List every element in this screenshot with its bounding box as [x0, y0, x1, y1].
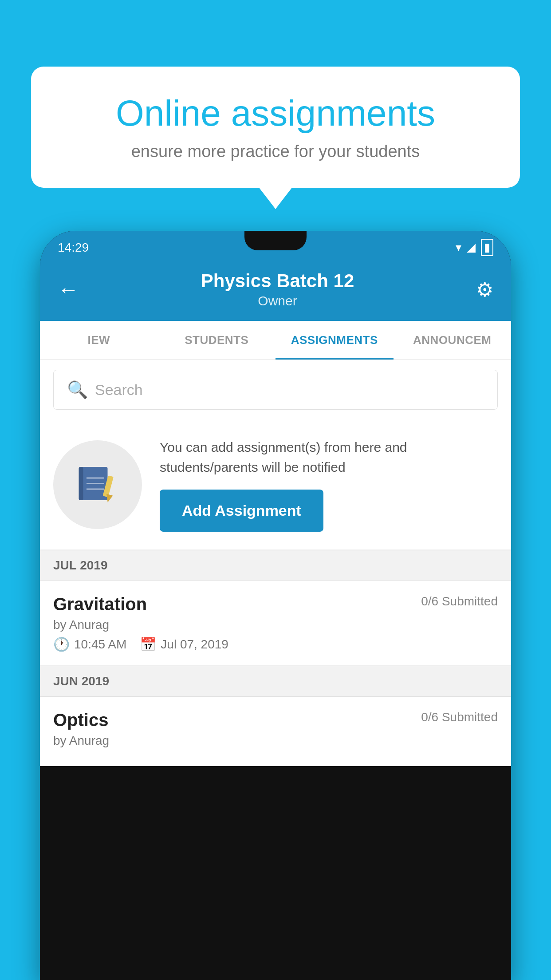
assignment-item-optics[interactable]: Optics 0/6 Submitted by Anurag: [40, 697, 511, 766]
settings-icon[interactable]: ⚙: [476, 278, 493, 301]
promo-description: You can add assignment(s) from here and …: [160, 437, 498, 477]
assignment-row: Optics 0/6 Submitted: [53, 710, 498, 730]
svg-rect-1: [79, 467, 83, 500]
signal-icon: ◢: [467, 241, 476, 254]
tab-assignments[interactable]: ASSIGNMENTS: [276, 321, 394, 360]
assignment-submitted-optics: 0/6 Submitted: [421, 710, 498, 724]
tab-iew[interactable]: IEW: [40, 321, 158, 360]
assignment-author: by Anurag: [53, 618, 498, 632]
main-content: 🔍 Search: [40, 360, 511, 766]
promo-icon-circle: [53, 440, 142, 529]
assignment-name: Gravitation: [53, 594, 147, 614]
tab-announcements[interactable]: ANNOUNCEM: [394, 321, 512, 360]
add-assignment-button[interactable]: Add Assignment: [160, 490, 323, 532]
app-header: ← Physics Batch 12 Owner ⚙: [40, 261, 511, 321]
meta-time: 🕐 10:45 AM: [53, 636, 126, 652]
header-title: Physics Batch 12: [201, 270, 354, 292]
tab-bar: IEW STUDENTS ASSIGNMENTS ANNOUNCEM: [40, 321, 511, 360]
search-icon: 🔍: [67, 380, 88, 399]
section-header-jun: JUN 2019: [40, 666, 511, 697]
tab-students[interactable]: STUDENTS: [158, 321, 276, 360]
status-time: 14:29: [58, 241, 89, 255]
assignment-time: 10:45 AM: [74, 637, 126, 652]
speech-bubble-subtitle: ensure more practice for your students: [67, 142, 484, 161]
clock-icon: 🕐: [53, 636, 70, 652]
search-container: 🔍 Search: [40, 360, 511, 419]
battery-icon: ▮: [481, 239, 493, 256]
assignment-date: Jul 07, 2019: [161, 637, 228, 652]
assignment-row: Gravitation 0/6 Submitted: [53, 594, 498, 614]
section-header-jul: JUL 2019: [40, 550, 511, 581]
calendar-icon: 📅: [140, 636, 156, 652]
assignment-name-optics: Optics: [53, 710, 108, 730]
header-center: Physics Batch 12 Owner: [201, 270, 354, 308]
notebook-svg-icon: [75, 462, 120, 507]
promo-text-section: You can add assignment(s) from here and …: [160, 437, 498, 532]
speech-bubble: Online assignments ensure more practice …: [31, 67, 520, 188]
back-button[interactable]: ←: [58, 277, 79, 302]
assignment-submitted: 0/6 Submitted: [421, 594, 498, 609]
meta-date: 📅 Jul 07, 2019: [140, 636, 228, 652]
phone-notch: [244, 231, 307, 250]
speech-bubble-title: Online assignments: [67, 93, 484, 133]
search-bar[interactable]: 🔍 Search: [53, 370, 498, 410]
assignment-author-optics: by Anurag: [53, 734, 498, 748]
status-icons: ▾ ◢ ▮: [456, 239, 493, 256]
wifi-icon: ▾: [456, 241, 461, 254]
phone-frame: 14:29 ▾ ◢ ▮ ← Physics Batch 12 Owner ⚙ I…: [40, 231, 511, 980]
promo-section: You can add assignment(s) from here and …: [40, 419, 511, 550]
speech-bubble-container: Online assignments ensure more practice …: [31, 67, 520, 188]
header-subtitle: Owner: [201, 293, 354, 308]
search-placeholder: Search: [95, 381, 143, 399]
assignment-meta: 🕐 10:45 AM 📅 Jul 07, 2019: [53, 636, 498, 652]
assignment-item-gravitation[interactable]: Gravitation 0/6 Submitted by Anurag 🕐 10…: [40, 581, 511, 666]
